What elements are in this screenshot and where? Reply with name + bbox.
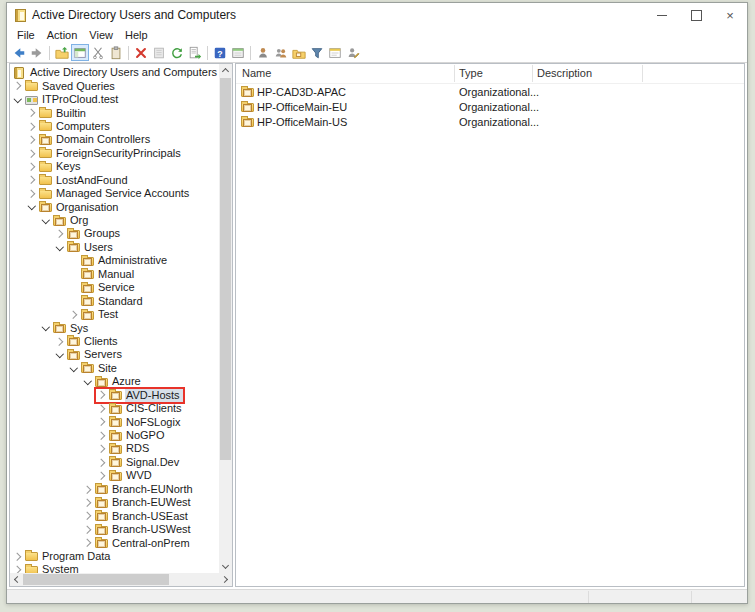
tree-item-manual[interactable]: Manual — [10, 268, 232, 281]
tree-item-program-data[interactable]: Program Data — [10, 550, 232, 563]
properties-disabled-icon[interactable] — [150, 44, 168, 61]
tree-item-managed-service-accounts[interactable]: Managed Service Accounts — [10, 187, 232, 200]
close-button[interactable]: × — [713, 3, 747, 27]
expander-collapsed-icon[interactable] — [26, 147, 38, 160]
export-list-icon[interactable] — [186, 44, 204, 61]
expander-collapsed-icon[interactable] — [96, 416, 108, 429]
up-one-level-icon[interactable] — [53, 44, 71, 61]
tree-item-system[interactable]: System — [10, 563, 232, 573]
expander-collapsed-icon[interactable] — [54, 335, 66, 348]
column-header-name[interactable]: Name — [242, 67, 271, 79]
menu-item-file[interactable]: File — [11, 29, 41, 41]
expander-collapsed-icon[interactable] — [12, 80, 24, 93]
expander-collapsed-icon[interactable] — [26, 174, 38, 187]
tree-item-saved-queries[interactable]: Saved Queries — [10, 79, 232, 92]
expander-expanded-icon[interactable] — [40, 214, 52, 227]
scroll-down-arrow-icon[interactable] — [219, 560, 232, 573]
tree-item-azure[interactable]: Azure — [10, 375, 232, 388]
expander-collapsed-icon[interactable] — [96, 456, 108, 469]
tree-item-avd-hosts[interactable]: AVD-Hosts — [10, 389, 232, 402]
tree-item-site[interactable]: Site — [10, 362, 232, 375]
list-item-hp-officemain-eu[interactable]: HP-OfficeMain-EUOrganizational... — [236, 99, 744, 114]
expander-collapsed-icon[interactable] — [82, 496, 94, 509]
console-tree-icon[interactable] — [71, 44, 89, 61]
tree-item-servers[interactable]: Servers — [10, 348, 232, 361]
tree-item-cis-clients[interactable]: CIS-Clients — [10, 402, 232, 415]
tree-item-domain-controllers[interactable]: Domain Controllers — [10, 133, 232, 146]
tree-item-nofslogix[interactable]: NoFSLogix — [10, 415, 232, 428]
new-user-icon[interactable] — [254, 44, 272, 61]
tree-item-sys[interactable]: Sys — [10, 321, 232, 334]
tree-item-builtin[interactable]: Builtin — [10, 106, 232, 119]
tree-item-computers[interactable]: Computers — [10, 120, 232, 133]
expander-collapsed-icon[interactable] — [82, 510, 94, 523]
vertical-scroll-thumb[interactable] — [220, 78, 231, 460]
filter-icon[interactable] — [308, 44, 326, 61]
column-header-description[interactable]: Description — [537, 67, 592, 79]
scroll-up-arrow-icon[interactable] — [219, 64, 232, 77]
expander-expanded-icon[interactable] — [40, 322, 52, 335]
expander-expanded-icon[interactable] — [54, 241, 66, 254]
column-separator[interactable] — [454, 65, 455, 82]
scroll-right-arrow-icon[interactable] — [219, 573, 232, 586]
tree-vertical-scrollbar[interactable] — [219, 64, 232, 573]
column-separator[interactable] — [532, 65, 533, 82]
list-item-hp-officemain-us[interactable]: HP-OfficeMain-USOrganizational... — [236, 114, 744, 129]
tree-item-branch-useast[interactable]: Branch-USEast — [10, 509, 232, 522]
expander-expanded-icon[interactable] — [54, 348, 66, 361]
tree-item-groups[interactable]: Groups — [10, 227, 232, 240]
expander-collapsed-icon[interactable] — [12, 563, 24, 573]
scroll-left-arrow-icon[interactable] — [10, 573, 23, 586]
column-header-type[interactable]: Type — [459, 67, 483, 79]
menu-item-view[interactable]: View — [83, 29, 119, 41]
expander-collapsed-icon[interactable] — [96, 429, 108, 442]
help-icon[interactable]: ? — [211, 44, 229, 61]
new-ou-icon[interactable] — [290, 44, 308, 61]
tree-item-test[interactable]: Test — [10, 308, 232, 321]
expander-collapsed-icon[interactable] — [26, 187, 38, 200]
expander-collapsed-icon[interactable] — [26, 133, 38, 146]
tree-item-branch-uswest[interactable]: Branch-USWest — [10, 523, 232, 536]
expander-collapsed-icon[interactable] — [96, 389, 108, 402]
expander-collapsed-icon[interactable] — [26, 160, 38, 173]
tree-item-clients[interactable]: Clients — [10, 335, 232, 348]
expander-collapsed-icon[interactable] — [82, 483, 94, 496]
tree-item-nogpo[interactable]: NoGPO — [10, 429, 232, 442]
expander-expanded-icon[interactable] — [68, 362, 80, 375]
expander-expanded-icon[interactable] — [26, 201, 38, 214]
cut-icon[interactable] — [89, 44, 107, 61]
tree-item-branch-eunorth[interactable]: Branch-EUNorth — [10, 483, 232, 496]
menu-item-action[interactable]: Action — [41, 29, 84, 41]
title-bar[interactable]: Active Directory Users and Computers × — [7, 3, 747, 27]
tree-item-itprocloud-test[interactable]: ITProCloud.test — [10, 93, 232, 106]
back-icon[interactable] — [10, 44, 28, 61]
properties-window-icon[interactable] — [229, 44, 247, 61]
tree-item-signal-dev[interactable]: Signal.Dev — [10, 456, 232, 469]
expander-collapsed-icon[interactable] — [26, 107, 38, 120]
forward-icon[interactable] — [28, 44, 46, 61]
tree-item-org[interactable]: Org — [10, 214, 232, 227]
expander-collapsed-icon[interactable] — [54, 227, 66, 240]
list-item-hp-cad3d-apac[interactable]: HP-CAD3D-APACOrganizational... — [236, 84, 744, 99]
tree-item-administrative[interactable]: Administrative — [10, 254, 232, 267]
tree-item-foreignsecurityprincipals[interactable]: ForeignSecurityPrincipals — [10, 147, 232, 160]
expander-collapsed-icon[interactable] — [12, 550, 24, 563]
expander-expanded-icon[interactable] — [12, 93, 24, 106]
minimize-button[interactable] — [645, 3, 679, 27]
horizontal-scroll-thumb[interactable] — [23, 574, 169, 585]
new-group-icon[interactable] — [272, 44, 290, 61]
refresh-icon[interactable] — [168, 44, 186, 61]
expander-collapsed-icon[interactable] — [96, 469, 108, 482]
tree-item-central-onprem[interactable]: Central-onPrem — [10, 536, 232, 549]
tree-item-keys[interactable]: Keys — [10, 160, 232, 173]
menu-item-help[interactable]: Help — [119, 29, 154, 41]
tree-item-active-directory-users-and-computers-ads01-iti[interactable]: Active Directory Users and Computers [AD… — [10, 66, 232, 79]
tree-item-wvd[interactable]: WVD — [10, 469, 232, 482]
tree-item-lostandfound[interactable]: LostAndFound — [10, 174, 232, 187]
tree-item-standard[interactable]: Standard — [10, 294, 232, 307]
tree-horizontal-scrollbar[interactable] — [10, 573, 232, 586]
expander-collapsed-icon[interactable] — [82, 523, 94, 536]
expander-collapsed-icon[interactable] — [26, 120, 38, 133]
delegate-control-icon[interactable] — [344, 44, 362, 61]
find-icon[interactable] — [326, 44, 344, 61]
